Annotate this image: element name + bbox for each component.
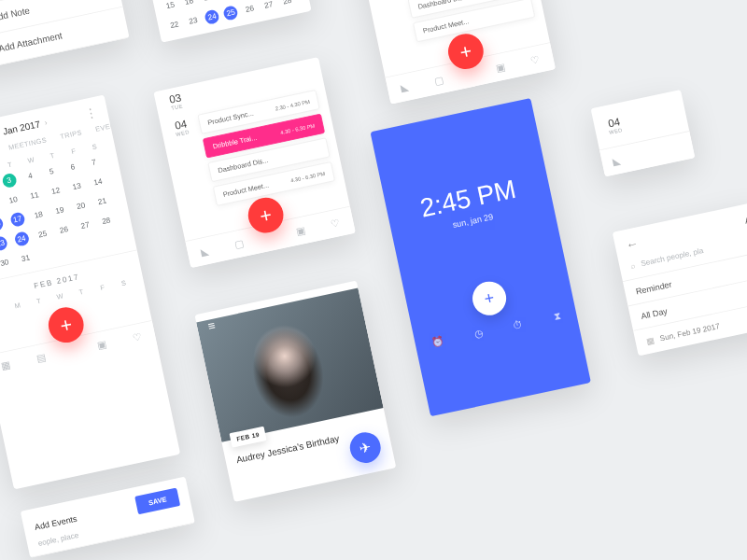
heart-nav-icon[interactable]: ♡	[529, 53, 541, 66]
calendar-nav-icon[interactable]: ▢	[233, 237, 245, 250]
profile-card: ≡ FEB 19 Audrey Jessica's Birthday ✈	[194, 281, 396, 502]
back-icon[interactable]: ←	[625, 237, 640, 253]
bookmark-nav-icon[interactable]: ◣	[200, 245, 210, 258]
alarm-nav-icon[interactable]: ⏰	[430, 335, 445, 350]
tab-events[interactable]: EVEN	[94, 121, 116, 133]
bookmark-nav-icon[interactable]: ◣	[400, 81, 410, 94]
clock-nav-icon[interactable]: ◷	[473, 327, 485, 341]
option-label: Add Attachment	[0, 30, 63, 54]
clock-card: 2:45 PM sun, jan 29 + ⏰ ◷ ⏱ ⧗	[370, 98, 590, 416]
calendar-nav-icon[interactable]: ▢	[433, 74, 444, 87]
add-events-card: Add Events SAVE eople, place	[21, 477, 195, 558]
form-title: Add Events	[34, 514, 78, 532]
timeline-card-2: 03TUE 04WED Product Sync...2.30 - 4.30 P…	[153, 57, 356, 268]
more-icon[interactable]: ⋮	[83, 105, 98, 121]
search-form-card: ← Ad ⌕ Search people, pla Reminder ▾ All…	[613, 201, 747, 356]
timeline-fragment: 04WED ◣	[591, 90, 696, 176]
grid-nav-icon[interactable]: ▤	[35, 352, 47, 365]
calendar-nav-icon[interactable]: ▦	[0, 359, 11, 372]
event-options-card: 👥 Invite Peoples ◑ Choose Color ◆ Add No…	[0, 0, 130, 71]
tab-trips[interactable]: TRIPS	[60, 129, 83, 141]
date-grid[interactable]: 1234567 891011121314 15161718192021 2223…	[154, 0, 302, 34]
timer-nav-icon[interactable]: ⏱	[512, 318, 524, 332]
chevron-right-icon[interactable]: ›	[44, 118, 49, 126]
apps-nav-icon[interactable]: ▣	[96, 339, 107, 352]
calendar-small-icon: ▦	[645, 335, 655, 346]
calendar-main-card: ≡ ‹ Jan 2017 › ⋮ BIRTHDAY MEETINGS TRIPS…	[0, 94, 180, 489]
apps-nav-icon[interactable]: ▣	[495, 61, 506, 74]
heart-nav-icon[interactable]: ♡	[132, 331, 143, 344]
heart-nav-icon[interactable]: ♡	[330, 217, 341, 230]
bookmark-nav-icon[interactable]: ◣	[612, 154, 622, 167]
search-icon: ⌕	[629, 260, 636, 270]
selected-day: 3	[1, 173, 18, 189]
timeline-card: 02MON a Birthday New Year's Day 03TUE Br…	[342, 0, 556, 105]
apps-nav-icon[interactable]: ▣	[295, 224, 306, 237]
stopwatch-nav-icon[interactable]: ⧗	[553, 310, 562, 323]
option-label: Add Note	[0, 5, 31, 23]
calendar-popup-card: ≡ Jan 2017 ⌃ ⋮ SMTWTFS 1234567 891011121…	[136, 0, 312, 43]
